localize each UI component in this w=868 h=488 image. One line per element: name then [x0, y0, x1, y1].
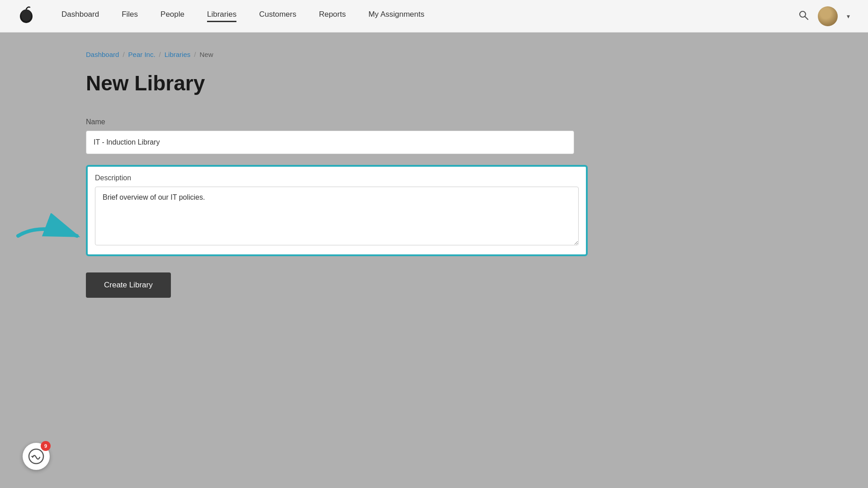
nav-libraries[interactable]: Libraries — [207, 10, 236, 22]
breadcrumb: Dashboard / Pear Inc. / Libraries / New — [86, 51, 782, 58]
page-content: Dashboard / Pear Inc. / Libraries / New … — [0, 33, 868, 316]
description-textarea[interactable]: Brief overview of our IT policies. — [95, 187, 579, 245]
name-label: Name — [86, 118, 782, 126]
bottom-widget[interactable]: 9 — [23, 443, 50, 470]
nav-files[interactable]: Files — [122, 10, 138, 22]
breadcrumb-pear-inc[interactable]: Pear Inc. — [128, 51, 156, 58]
navbar-right: ▾ — [798, 6, 850, 26]
breadcrumb-sep-3: / — [194, 51, 196, 58]
nav-dashboard[interactable]: Dashboard — [61, 10, 99, 22]
chevron-down-icon[interactable]: ▾ — [847, 13, 850, 20]
nav-reports[interactable]: Reports — [319, 10, 346, 22]
description-label: Description — [95, 174, 579, 182]
breadcrumb-sep-2: / — [159, 51, 161, 58]
nav-links: Dashboard Files People Libraries Custome… — [61, 10, 798, 22]
breadcrumb-libraries[interactable]: Libraries — [165, 51, 191, 58]
arrow-icon — [14, 213, 86, 258]
breadcrumb-new: New — [199, 51, 213, 58]
name-input[interactable] — [86, 131, 574, 154]
name-field-group: Name — [86, 118, 782, 154]
nav-people[interactable]: People — [160, 10, 184, 22]
svg-point-1 — [21, 9, 31, 21]
svg-line-3 — [805, 17, 808, 20]
logo[interactable] — [18, 5, 34, 27]
description-highlight-container: Description Brief overview of our IT pol… — [86, 165, 588, 256]
arrow-annotation — [14, 213, 86, 260]
search-icon[interactable] — [798, 9, 809, 23]
nav-my-assignments[interactable]: My Assignments — [368, 10, 425, 22]
create-library-button[interactable]: Create Library — [86, 272, 171, 298]
breadcrumb-dashboard[interactable]: Dashboard — [86, 51, 119, 58]
breadcrumb-sep-1: / — [123, 51, 124, 58]
notification-badge: 9 — [41, 441, 51, 451]
widget-icon — [28, 448, 44, 465]
avatar[interactable] — [818, 6, 838, 26]
navbar: Dashboard Files People Libraries Custome… — [0, 0, 868, 33]
page-title: New Library — [86, 71, 782, 95]
nav-customers[interactable]: Customers — [259, 10, 296, 22]
